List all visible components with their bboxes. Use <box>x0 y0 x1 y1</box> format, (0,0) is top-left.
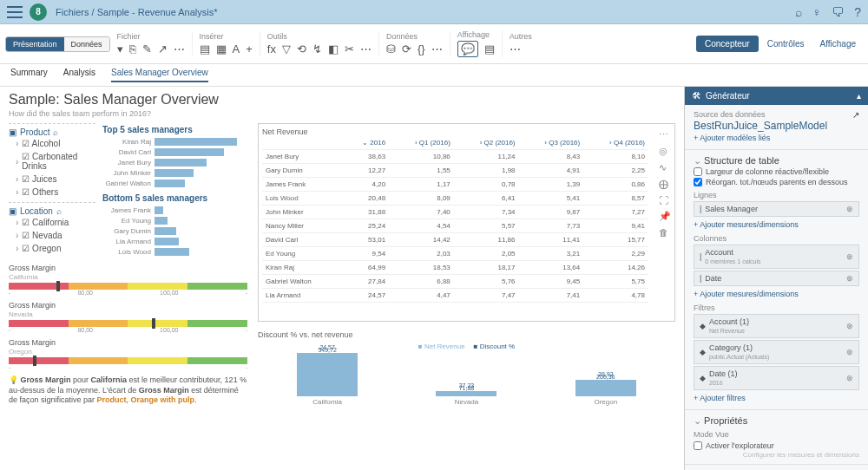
affichage-button[interactable]: Affichage <box>812 36 863 52</box>
table-row[interactable]: Gabriel Walton27,846,885,769,455,75 <box>262 275 648 289</box>
add-md-lignes[interactable]: + Ajouter mesures/dimensions <box>694 219 859 231</box>
table-row[interactable]: John Minker31,887,407,349,877,27 <box>262 206 648 219</box>
breadcrumb: Fichiers / Sample - Revenue Analysis* <box>56 7 217 17</box>
hamburger-icon[interactable] <box>7 6 23 18</box>
bar-row: John Minker <box>102 167 247 178</box>
chk-reorg[interactable] <box>694 178 702 186</box>
add-models[interactable]: + Ajouter modèles liés <box>694 132 859 144</box>
table-row[interactable]: Nancy Miller25,244,545,577,739,41 <box>262 219 648 233</box>
chip-account[interactable]: | Account0 membres 1 calculs⊗ <box>694 245 859 269</box>
facet-location[interactable]: ▣ Location ⌕ <box>9 206 95 216</box>
facet-item[interactable]: ☑ Nevada <box>9 229 95 242</box>
facet-item[interactable]: ☑ Carbonated Drinks <box>9 150 95 173</box>
facet-item[interactable]: ☑ Others <box>9 186 95 199</box>
tool6-icon[interactable]: ✂ <box>345 42 354 55</box>
search-icon[interactable]: ⌕ <box>795 5 802 19</box>
tool7-icon[interactable]: ⋯ <box>360 42 372 55</box>
insert-chart-icon[interactable]: ▤ <box>200 42 210 55</box>
chip-f-date[interactable]: ◆ Date (1)2016⊗ <box>694 366 859 390</box>
table-row[interactable]: David Carl53,0114,4211,8611,4115,77 <box>262 233 648 247</box>
expand-icon[interactable]: ⋯ <box>659 129 671 140</box>
tool5-icon[interactable]: ◧ <box>328 42 339 55</box>
facet-item[interactable]: ☑ Oregon <box>9 242 95 255</box>
tab-summary[interactable]: Summary <box>10 68 48 82</box>
grid-icon[interactable]: ▤ <box>484 42 495 55</box>
bar-row: Ed Young <box>102 215 247 225</box>
link2-icon[interactable]: ∿ <box>659 162 671 173</box>
edit-icon[interactable]: ✎ <box>142 42 152 55</box>
copy-icon[interactable]: ⎘ <box>129 42 136 55</box>
sec-structure[interactable]: Structure de table <box>694 155 859 166</box>
help-icon[interactable]: ? <box>854 5 861 19</box>
facet-item[interactable]: ☑ California <box>9 216 95 229</box>
add-filters[interactable]: + Ajouter filtres <box>694 392 859 404</box>
sec-props[interactable]: Propriétés <box>694 415 859 427</box>
tool2-icon[interactable]: ▽ <box>282 42 291 55</box>
save-icon[interactable]: ▾ <box>117 42 123 55</box>
chk-flex[interactable] <box>694 167 702 176</box>
controles-button[interactable]: Contrôles <box>760 36 812 52</box>
bar-row: James Frank <box>102 205 247 215</box>
data-more-icon[interactable]: ⋯ <box>431 42 443 55</box>
add-md-colonnes[interactable]: + Ajouter mesures/dimensions <box>694 288 859 300</box>
mode-toggle[interactable]: Présentation Données <box>5 36 110 52</box>
braces-icon[interactable]: {} <box>418 42 425 55</box>
trash-icon[interactable]: 🗑 <box>659 227 671 238</box>
share-icon[interactable]: ↗ <box>158 42 168 55</box>
tab-smo[interactable]: Sales Manager Overview <box>111 68 208 82</box>
tool3-icon[interactable]: ⟲ <box>297 42 306 55</box>
wrench-icon: 🛠 <box>692 91 700 101</box>
top5-title: Top 5 sales managers <box>102 125 247 134</box>
insert-table-icon[interactable]: ▦ <box>216 42 227 55</box>
bar-row: Lia Armand <box>102 236 247 246</box>
data-icon[interactable]: ⛁ <box>386 42 396 55</box>
chip-salesmanager[interactable]: | Sales Manager⊗ <box>694 201 859 217</box>
bottom5-title: Bottom 5 sales managers <box>102 193 247 203</box>
facet-item[interactable]: ☑ Juices <box>9 173 95 186</box>
announce-icon[interactable]: ♀ <box>812 5 822 19</box>
tab-analysis[interactable]: Analysis <box>63 68 95 82</box>
chk-activer[interactable] <box>694 441 702 450</box>
pill-donnees[interactable]: Données <box>64 37 109 51</box>
ds-name[interactable]: BestRunJuice_SampleModel <box>694 120 859 132</box>
panel-collapse-icon[interactable]: ▴ <box>857 91 861 101</box>
tool-icon[interactable]: fx <box>267 42 276 55</box>
concepteur-button[interactable]: Concepteur <box>696 36 759 52</box>
table-row[interactable]: Lia Armand24,574,477,477,414,78 <box>262 289 648 303</box>
table-row[interactable]: Kiran Raj64,9918,5318,1713,6414,26 <box>262 261 648 275</box>
insert-text-icon[interactable]: A <box>233 42 240 55</box>
chip-date[interactable]: | Date⊗ <box>694 271 859 286</box>
page-tabs: Summary Analysis Sales Manager Overview <box>0 64 868 87</box>
ds-edit-icon[interactable]: ↗ <box>852 110 859 120</box>
table-row[interactable]: Gary Dumin12,271,551,984,912,25 <box>262 164 648 178</box>
insert-plus-icon[interactable]: + <box>246 42 253 55</box>
pill-presentation[interactable]: Présentation <box>6 37 64 51</box>
table-row[interactable]: Janet Bury38,6310,8611,248,438,10 <box>262 150 648 164</box>
more-icon[interactable]: ⋯ <box>174 42 185 55</box>
avatar[interactable]: 8 <box>30 3 47 21</box>
bar-row: Gabriel Walton <box>102 178 247 188</box>
chat-icon[interactable]: 🗨 <box>832 5 844 19</box>
target-icon[interactable]: ◎ <box>659 146 671 157</box>
tool4-icon[interactable]: ↯ <box>312 42 322 55</box>
more-dots-icon[interactable]: ⋯ <box>510 42 521 55</box>
table-row[interactable]: Lois Wood20,488,096,415,418,57 <box>262 192 648 206</box>
insight-text: 💡 Gross Margin pour California est le me… <box>9 375 247 406</box>
pin-icon[interactable]: 📌 <box>659 211 671 222</box>
table-row[interactable]: Ed Young9,542,032,053,212,29 <box>262 247 648 261</box>
table-row[interactable]: James Frank4,201,170,781,390,86 <box>262 178 648 192</box>
gross-margin-bar: Gross MarginNevada-80,00100,00- <box>9 301 247 333</box>
chart-bar: 549,7224,57California <box>297 347 358 406</box>
fullscreen-icon[interactable]: ⛶ <box>659 195 671 206</box>
comment-icon[interactable]: 💬 <box>457 41 478 57</box>
chip-f-account[interactable]: ◆ Account (1)Net Revenue⊗ <box>694 314 859 338</box>
refresh-icon[interactable]: ⟳ <box>402 42 411 55</box>
facet-item[interactable]: ☑ Alcohol <box>9 137 95 150</box>
chip-f-category[interactable]: ◆ Category (1)public.Actual (Actuals)⊗ <box>694 340 859 364</box>
remove-icon[interactable]: ⊗ <box>846 205 853 213</box>
compass-icon[interactable]: ⨁ <box>659 179 671 190</box>
net-revenue-table[interactable]: Net Revenue ⌄ 2016› Q1 (2016)› Q2 (2016)… <box>258 123 675 322</box>
facet-product[interactable]: ▣ Product ⌕ <box>9 127 95 137</box>
config-link: Configurer les mesures et dimensions <box>694 451 859 459</box>
panel-header: 🛠Générateur▴ <box>685 87 868 105</box>
